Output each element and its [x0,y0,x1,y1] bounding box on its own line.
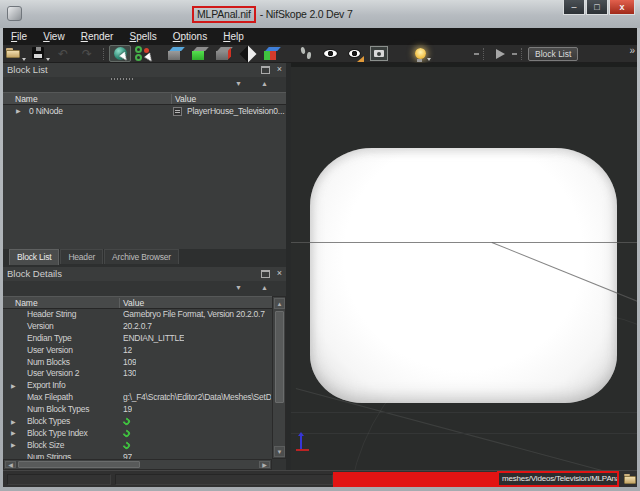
collapse-all-button[interactable]: ▼ [235,80,242,87]
block-details-row[interactable]: ▶Export Info [3,380,272,392]
open-file-button[interactable] [4,45,26,62]
redo-button[interactable]: ↷ [76,45,98,62]
menu-item-view[interactable]: View [35,28,73,45]
browse-folder-button[interactable] [624,474,637,484]
tab-archive-browser[interactable]: Archive Browser [104,249,179,264]
column-header-value[interactable]: Value [123,297,144,309]
expand-all-button[interactable]: ▲ [261,284,268,291]
show-nodes-button[interactable] [343,45,365,62]
hscroll-thumb[interactable] [18,461,140,468]
column-header-name[interactable]: Name [15,93,38,105]
collapse-all-button[interactable]: ▼ [235,284,242,291]
drag-handle[interactable] [474,53,479,55]
save-file-button[interactable] [28,45,50,62]
tab-header[interactable]: Header [60,249,103,264]
expand-arrow-icon[interactable]: ▶ [11,430,15,437]
minimize-button[interactable]: – [563,0,585,15]
menu-item-help[interactable]: Help [215,28,252,45]
expand-all-button[interactable]: ▲ [261,80,268,87]
block-details-row[interactable]: ▶Block Size [3,440,272,452]
menu-item-render[interactable]: Render [73,28,122,45]
status-segment [115,474,333,485]
view-front-button[interactable] [189,45,211,62]
block-list-tree[interactable]: ▶0 NiNodePlayerHouse_Television0... [3,105,286,249]
block-details-row[interactable]: User Version 2130 [3,368,272,380]
viewport-top-strip [291,63,637,67]
expand-arrow-icon[interactable]: ▶ [11,383,15,390]
block-details-row[interactable]: Num Blocks109 [3,357,272,369]
block-list-row[interactable]: ▶0 NiNodePlayerHouse_Television0... [3,105,286,118]
close-button[interactable]: x [609,0,635,15]
expand-arrow-icon[interactable]: ▶ [11,442,15,449]
splitter-handle-dots[interactable] [111,78,133,80]
grid-line [291,242,637,243]
row-value: ENDIAN_LITTLE [123,333,184,345]
row-value: 12 [123,345,132,357]
select-object-button[interactable] [109,45,131,62]
maximize-button[interactable]: □ [586,0,608,15]
close-panel-button[interactable]: × [277,63,282,76]
play-animation-button[interactable] [489,45,511,62]
toolbar-overflow-chevron[interactable]: » [629,45,635,56]
annotation-red-highlight [333,472,497,487]
block-details-row[interactable]: Num Block Types19 [3,404,272,416]
block-details-table[interactable]: Header StringGamebryo File Format, Versi… [3,309,272,459]
scroll-left-arrow[interactable]: ◀ [5,461,16,468]
block-details-row[interactable]: Num Strings97 [3,452,272,459]
z-axis-icon [300,435,302,449]
left-dock: Block List × ▼ ▲ Name Value ▶0 NiNodePla… [3,63,286,470]
scroll-up-arrow[interactable]: ▲ [274,298,285,309]
block-details-row[interactable]: Max Filepathg:\_F4\Scratch\Editor2\Data\… [3,392,272,404]
drag-handle[interactable] [512,53,517,55]
column-header-value[interactable]: Value [175,93,196,105]
block-list-header: Name Value [3,92,286,105]
block-details-row[interactable]: Version20.2.0.7 [3,321,272,333]
float-panel-button[interactable] [261,270,270,278]
row-name: Endian Type [27,333,71,345]
block-list-view-combo[interactable]: Block List [528,47,578,61]
view-side-button[interactable] [213,45,235,62]
menu-bar: FileViewRenderSpellsOptionsHelp [3,28,637,45]
block-details-row[interactable]: ▶Block Type Index [3,428,272,440]
close-panel-button[interactable]: × [277,267,282,280]
menu-item-spells[interactable]: Spells [121,28,164,45]
expand-arrow-icon[interactable]: ▶ [16,108,20,115]
float-panel-button[interactable] [261,66,270,74]
viewport-3d[interactable] [291,63,637,470]
row-value: Gamebryo File Format, Version 20.2.0.7 [123,309,265,321]
screenshot-button[interactable] [367,45,391,62]
play-icon [496,49,505,59]
txt-icon [173,107,182,116]
block-details-row[interactable]: User Version12 [3,345,272,357]
toolbar: ↶ ↷ [3,45,637,63]
undo-button[interactable]: ↶ [52,45,74,62]
camera-icon [374,50,384,57]
block-details-row[interactable]: Endian TypeENDIAN_LITTLE [3,333,272,345]
lighting-button[interactable] [409,45,431,62]
scroll-down-arrow[interactable]: ▼ [274,446,285,457]
scroll-right-arrow[interactable]: ▶ [259,461,270,468]
user-view-button[interactable] [261,45,283,62]
menu-item-options[interactable]: Options [165,28,215,45]
vscroll-thumb[interactable] [275,311,284,403]
block-details-row[interactable]: ▶Block Types [3,416,272,428]
block-details-panel-tools: ▼ ▲ [3,281,286,296]
flip-view-button[interactable] [237,45,259,62]
select-vertex-button[interactable] [133,45,155,62]
block-details-header: Name Value [3,296,272,309]
block-details-row[interactable]: Header StringGamebryo File Format, Versi… [3,309,272,321]
expand-arrow-icon[interactable]: ▶ [11,419,15,426]
view-top-button[interactable] [165,45,187,62]
array-refresh-icon [122,417,132,427]
tab-block-list[interactable]: Block List [9,249,59,265]
row-value: PlayerHouse_Television0... [187,105,284,118]
menu-item-file[interactable]: File [3,28,35,45]
column-header-name[interactable]: Name [15,297,38,309]
show-hidden-button[interactable] [319,45,341,62]
walk-mode-button[interactable] [295,45,317,62]
row-name: User Version [27,345,73,357]
array-refresh-icon [122,440,132,450]
details-hscrollbar[interactable]: ◀ ▶ [3,459,272,470]
file-path-field-annotated[interactable]: meshes/Videos/Television/MLPAnal.nif [497,471,619,487]
details-vscrollbar[interactable]: ▲ ▼ [272,296,286,459]
